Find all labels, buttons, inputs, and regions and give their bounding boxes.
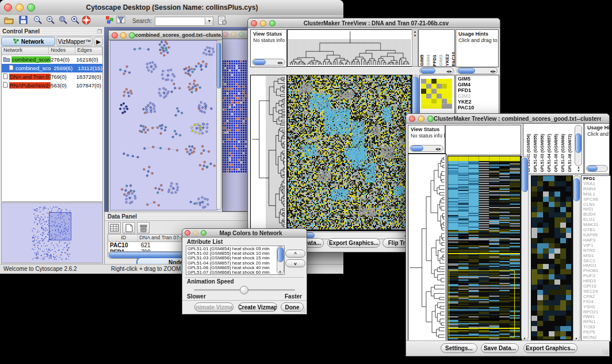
column-header[interactable]: Edges	[75, 47, 102, 55]
tab-vizmapper[interactable]: VizMapper™	[56, 37, 93, 46]
tv1-row-dendrogram[interactable]	[250, 75, 287, 231]
create-vizmap-button[interactable]: Create Vizmap	[238, 302, 277, 312]
animate-vizmap-button[interactable]: Animate Vizmap	[194, 302, 234, 312]
tv1-titlebar[interactable]: ClusterMaker TreeView : DNA and Tran 07-…	[248, 18, 500, 28]
network-window-1[interactable]: combined_scores_good.txt--cluste...	[108, 30, 223, 212]
tv2-gene-list[interactable]: PFD1YRA1RNR4MSL1SPC98CLN1NIS1BUD4ELG1MAK…	[581, 175, 611, 342]
filter-funnel-icon[interactable]	[116, 16, 125, 26]
table-row[interactable]: combined_sco2569(6)13112(15)	[2, 64, 102, 72]
tv1-column-dendrogram[interactable]	[287, 29, 412, 67]
gene-row-label[interactable]: YKE2	[458, 99, 499, 105]
attribute-list[interactable]: GPL51-01 (GSM854) heat shock 05 minGPL51…	[186, 246, 285, 275]
gene-row-label[interactable]: PAC10	[458, 105, 499, 110]
network-vscrollbar[interactable]	[216, 41, 221, 210]
annotation-doc-icon[interactable]	[218, 16, 227, 27]
speed-slider-thumb[interactable]	[240, 286, 248, 294]
gene-row-label[interactable]: GIM3	[458, 93, 499, 99]
main-titlebar[interactable]: Cytoscape Desktop (Session Name: collins…	[0, 0, 343, 16]
network-window-titlebar[interactable]: combined_scores_good.txt--cluste...	[109, 30, 222, 40]
minimize-icon[interactable]	[193, 230, 198, 236]
column-header[interactable]: Network	[2, 47, 49, 55]
network-name-cell[interactable]: combined_scores	[2, 56, 51, 63]
tv2-status-hscrollbar[interactable]: ◀▶	[410, 145, 443, 152]
zoom-in-icon[interactable]	[46, 16, 55, 27]
tv2-hints-hscrollbar[interactable]	[586, 165, 608, 172]
network-name-cell[interactable]: DNA and Tran 07	[2, 73, 51, 81]
close-icon[interactable]	[251, 20, 257, 26]
tv1-labels-hscrollbar[interactable]: ◀▶	[419, 67, 454, 74]
done-button[interactable]: Done	[281, 302, 304, 312]
zoom-window-icon[interactable]	[129, 32, 135, 39]
tv2-labels-vscrollbar[interactable]	[575, 125, 582, 166]
minimize-icon[interactable]	[231, 32, 236, 37]
column-header[interactable]: Nodes	[49, 47, 75, 55]
help-ring-icon[interactable]	[82, 16, 91, 27]
tv2-title: ClusterMaker TreeView : combined_scores_…	[434, 116, 601, 122]
settings-button[interactable]: Settings...	[441, 343, 477, 353]
network-overview-panel[interactable]	[1, 202, 103, 263]
close-icon[interactable]	[4, 3, 12, 12]
zoom-window-icon[interactable]	[27, 3, 35, 12]
tv2-heatmap-vscrollbar[interactable]: ▲▼	[521, 156, 529, 341]
window-controls[interactable]	[4, 3, 35, 12]
resize-grip[interactable]	[602, 349, 608, 355]
minimize-icon[interactable]	[260, 20, 266, 26]
minimize-icon[interactable]	[16, 3, 24, 12]
tv2-column-dendrogram[interactable]	[445, 125, 521, 155]
gene-row-label[interactable]: PFD1	[458, 87, 499, 93]
tv2-row-dendrogram[interactable]	[408, 154, 446, 341]
overview-canvas[interactable]	[2, 203, 101, 262]
move-down-button[interactable]: v	[285, 259, 305, 267]
dense-network-canvas[interactable]	[222, 60, 250, 173]
close-icon[interactable]	[223, 32, 228, 37]
save-icon[interactable]	[19, 16, 28, 26]
new-doc-icon[interactable]	[123, 222, 135, 233]
zoom-window-icon[interactable]	[427, 116, 434, 122]
zoom-out-icon[interactable]	[33, 16, 43, 27]
tv2-zoom-vscrollbar[interactable]: ▲▼	[573, 175, 580, 341]
gene-row-label[interactable]: GIM4	[458, 82, 499, 87]
dialog-titlebar[interactable]: Map Colors to Network	[182, 229, 307, 237]
zoom-window-icon[interactable]	[239, 32, 244, 37]
vizmap-squares-icon[interactable]	[105, 16, 114, 26]
tv2-heatmap[interactable]	[447, 156, 522, 341]
export-graphics-button[interactable]: Export Graphics...	[327, 238, 380, 248]
tv1-heatmap[interactable]	[287, 75, 412, 231]
move-up-button[interactable]: ^	[285, 250, 305, 258]
save-data-button[interactable]: Save Data...	[481, 343, 519, 353]
tab-network[interactable]: Network	[1, 37, 55, 46]
gene-row-label[interactable]: GIM5	[458, 76, 499, 82]
float-panel-icon[interactable]: ❐	[97, 29, 102, 35]
table-grid-icon[interactable]	[108, 222, 121, 233]
network-name-cell[interactable]: combined_sco	[2, 64, 53, 72]
tab-more[interactable]: ▶	[94, 37, 103, 46]
tv1-mini-arrows[interactable]: ▲▼	[412, 29, 418, 67]
export-graphics-button[interactable]: Export Graphics...	[523, 343, 577, 353]
trash-icon[interactable]	[137, 222, 150, 233]
tv2-zoom-heatmap[interactable]	[531, 175, 573, 341]
table-row[interactable]: RNAPuberNov2+563(0)107847(0)	[2, 81, 102, 90]
attribute-list-vscrollbar[interactable]: ▲▼	[277, 246, 284, 274]
close-icon[interactable]	[112, 32, 118, 39]
gene-row-label[interactable]: MON2	[583, 335, 610, 340]
tv1-status-hscrollbar[interactable]: ◀▶	[252, 59, 285, 66]
minimize-icon[interactable]	[418, 116, 424, 122]
table-row[interactable]: combined_scores2764(0)16218(0)	[2, 55, 102, 64]
open-folder-icon[interactable]	[4, 16, 14, 26]
minimize-icon[interactable]	[120, 32, 127, 39]
zoom-selected-icon[interactable]	[71, 16, 80, 27]
tv2-titlebar[interactable]: ClusterMaker TreeView : combined_scores_…	[406, 114, 609, 124]
table-row[interactable]: DNA and Tran 07769(0)183728(0)	[2, 72, 102, 81]
close-icon[interactable]	[409, 116, 415, 122]
tv1-hints-hscrollbar[interactable]: ◀▶	[457, 67, 498, 74]
zoom-fit-icon[interactable]	[59, 16, 68, 27]
network-name-cell[interactable]: RNAPuberNov2+	[2, 82, 51, 89]
column-header[interactable]: ID	[108, 235, 138, 242]
zoom-window-icon[interactable]	[269, 20, 276, 26]
network-canvas[interactable]	[110, 41, 217, 210]
search-input[interactable]: ▼	[155, 17, 213, 26]
attribute-item[interactable]: GPL51-07 (GSM868) heat shock 60 min	[188, 270, 284, 275]
close-icon[interactable]	[185, 230, 190, 236]
zoom-window-icon[interactable]	[201, 230, 206, 236]
chevron-down-icon[interactable]: ▼	[205, 18, 213, 25]
